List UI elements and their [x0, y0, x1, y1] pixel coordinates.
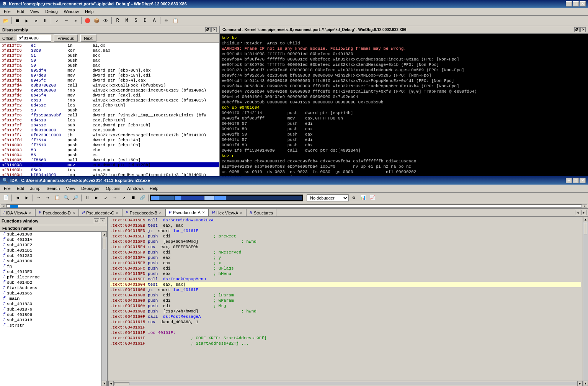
ida-tb-run[interactable]: ▶: [92, 194, 101, 202]
next-button[interactable]: Next: [80, 34, 96, 42]
disasm-row[interactable]: bf813fcb895df4movdword ptr [ebp-0Ch],ebx: [0, 68, 219, 73]
function-item[interactable]: ffn: [0, 264, 101, 269]
disasm-row[interactable]: bf813ff23d00100000cmpeax,1000h: [0, 128, 219, 132]
disasm-row[interactable]: bf813fec8d4518leaeax,[ebp+18h]: [0, 118, 219, 123]
ida-tb-step-out[interactable]: ↗: [120, 194, 128, 202]
ida-tb-step-over[interactable]: →: [111, 194, 119, 202]
disasm-row[interactable]: bf813fde8b45f4movdword ptr [eax].edi: [0, 93, 219, 98]
ida-tab-pseudocode-b[interactable]: PPseudocode-B✕: [122, 209, 165, 216]
function-item[interactable]: fStartAddress: [0, 285, 101, 291]
ida-tb-dbg3[interactable]: 📈: [368, 194, 376, 202]
function-item[interactable]: fsub_401830: [0, 301, 101, 307]
ida-menu-edit[interactable]: Edit: [15, 185, 26, 191]
function-item[interactable]: fsub_401000: [0, 232, 101, 237]
ida-tb-find[interactable]: 🔎: [71, 194, 80, 202]
tb-step-into[interactable]: ↙: [53, 16, 61, 25]
tab-scroll-left[interactable]: ◀: [575, 210, 580, 215]
cmd-close-btn[interactable]: ✕: [580, 27, 586, 32]
menu-file[interactable]: File: [2, 8, 13, 15]
ida-tb-forward[interactable]: ▶: [23, 194, 31, 202]
maximize-button[interactable]: □: [573, 1, 579, 7]
function-item[interactable]: fsub_401283: [0, 253, 101, 258]
functions-float-btn[interactable]: □: [94, 218, 99, 223]
ida-maximize-button[interactable]: □: [573, 178, 579, 183]
function-item[interactable]: fsub_4014D2: [0, 280, 101, 285]
tb-stack[interactable]: S: [132, 16, 140, 25]
ida-menu-debugger[interactable]: Debugger: [79, 185, 102, 191]
menu-window[interactable]: Window: [62, 8, 81, 15]
disasm-row[interactable]: bf813ff70f8233010000jbwin32k!xxxSendMess…: [0, 132, 219, 137]
previous-button[interactable]: Previous: [54, 34, 78, 42]
ida-tb-bp[interactable]: ⏸: [83, 194, 91, 202]
disasm-close-btn[interactable]: ✕: [211, 27, 217, 32]
minimize-button[interactable]: ─: [566, 1, 572, 7]
code-sb-down[interactable]: ▼: [583, 381, 588, 386]
tab-close-btn[interactable]: ✕: [240, 211, 243, 215]
disasm-row[interactable]: bf813fc851pushecx: [0, 53, 219, 58]
disasm-row[interactable]: bf814000ff7510pushdword ptr [ebp+10h]: [0, 142, 219, 147]
function-item[interactable]: fsub_4010F2: [0, 242, 101, 248]
function-item[interactable]: fsub_401665: [0, 291, 101, 296]
ida-menu-windows[interactable]: Windows: [124, 185, 146, 191]
disasm-row[interactable]: bf813fc5ecinal,dx: [0, 43, 219, 48]
disasm-row[interactable]: bf81400b85e9testecx,ecx: [0, 167, 219, 172]
cmd-content[interactable]: kd> kvChildEBP RetAddr Args to ChildWARN…: [220, 34, 588, 182]
ida-tb-redo[interactable]: ↪: [44, 194, 52, 202]
tb-step-out[interactable]: ↗: [71, 16, 80, 25]
disasm-row[interactable]: bf8140088bd20movecx,dword ptr [ebp+20h]: [0, 162, 219, 167]
function-item[interactable]: fsub_401876: [0, 307, 101, 312]
functions-close-btn[interactable]: ✕: [100, 218, 105, 223]
ida-menu-search[interactable]: Search: [44, 185, 62, 191]
disasm-row[interactable]: bf813fca50pusheax: [0, 63, 219, 68]
sb-down-arrow[interactable]: ▼: [102, 381, 107, 386]
disasm-row[interactable]: bf81400353pushebx: [0, 147, 219, 152]
function-item[interactable]: fsub_4013F3: [0, 269, 101, 275]
sb-h-right[interactable]: ▶: [577, 381, 583, 386]
ida-tb-stop[interactable]: ⏹: [129, 194, 137, 202]
ida-tb-dbg2[interactable]: 📊: [359, 194, 367, 202]
menu-debug[interactable]: Debug: [43, 8, 60, 15]
disasm-row[interactable]: bf813fd18945fcmovdword ptr [ebp-4],eax: [0, 78, 219, 83]
seek-right-arrow[interactable]: ▶: [582, 204, 587, 208]
disasm-row[interactable]: bf813fe0eb33jmpwin32k!xxxSendMessageTime…: [0, 98, 219, 103]
ida-menu-view[interactable]: View: [64, 185, 77, 191]
ida-tab-hex-view-a[interactable]: HHex View-A✕: [209, 209, 247, 216]
disasm-restore-btn[interactable]: 🗗: [205, 27, 211, 32]
tb-go[interactable]: ▶: [23, 16, 31, 25]
menu-help[interactable]: Help: [83, 8, 96, 15]
disasm-row[interactable]: bf813fd9e9cc000000jmpwin32k!xxxSendMessa…: [0, 88, 219, 93]
ida-minimize-button[interactable]: ─: [566, 178, 572, 183]
function-item[interactable]: fsub_401306: [0, 258, 101, 264]
tb-break[interactable]: ⏹: [13, 16, 22, 25]
debugger-dropdown[interactable]: No debugger: [307, 195, 349, 201]
ida-menu-options[interactable]: Options: [103, 185, 122, 191]
function-item[interactable]: fsub_401896: [0, 312, 101, 317]
tab-close-btn[interactable]: ✕: [72, 211, 75, 215]
function-item[interactable]: f_main: [0, 296, 101, 301]
disasm-row[interactable]: bf813fe28d451cleaeax,[ebp+1Ch]: [0, 103, 219, 108]
code-sb-up[interactable]: ▲: [583, 217, 588, 222]
disasm-row[interactable]: bf813fef2b451csubeax,dword ptr [ebp+1Ch]: [0, 123, 219, 128]
tb-modules[interactable]: 📦: [92, 16, 101, 25]
cmd-restore-btn[interactable]: 🗗: [574, 27, 580, 32]
offset-input[interactable]: [17, 35, 51, 42]
tab-close-btn[interactable]: ✕: [159, 211, 162, 215]
tb-stop[interactable]: ⏸: [41, 16, 49, 25]
disasm-row[interactable]: bf813fe550pusheax: [0, 108, 219, 113]
tab-close-btn[interactable]: ✕: [202, 211, 205, 214]
ida-close-button[interactable]: ✕: [580, 178, 586, 183]
function-item[interactable]: fsub_40101A: [0, 237, 101, 242]
tb-memory[interactable]: M: [122, 16, 131, 25]
tb-disasm[interactable]: D: [141, 16, 149, 25]
ida-tb-new[interactable]: 📄: [2, 194, 10, 202]
tb-open[interactable]: 📂: [2, 16, 10, 25]
ida-tab-pseudocode-a[interactable]: PPseudocode-A✕: [165, 209, 209, 216]
tb-extra[interactable]: 📋: [171, 16, 180, 25]
ida-tab-pseudocode-c[interactable]: PPseudocode-C✕: [79, 209, 122, 216]
disasm-row[interactable]: bf81400456pushesi: [0, 152, 219, 157]
ida-code-content[interactable]: .text:004015E5 call ds:SetWindowsHookExA…: [108, 217, 583, 381]
seek-left-arrow[interactable]: ◀: [1, 204, 6, 208]
ida-tb-dbg1[interactable]: ⚙: [350, 194, 358, 202]
disasm-row[interactable]: bf813fe6ff1558aa98bfcalldword ptr [vin32…: [0, 113, 219, 118]
ida-menu-jump[interactable]: Jump: [28, 185, 43, 191]
